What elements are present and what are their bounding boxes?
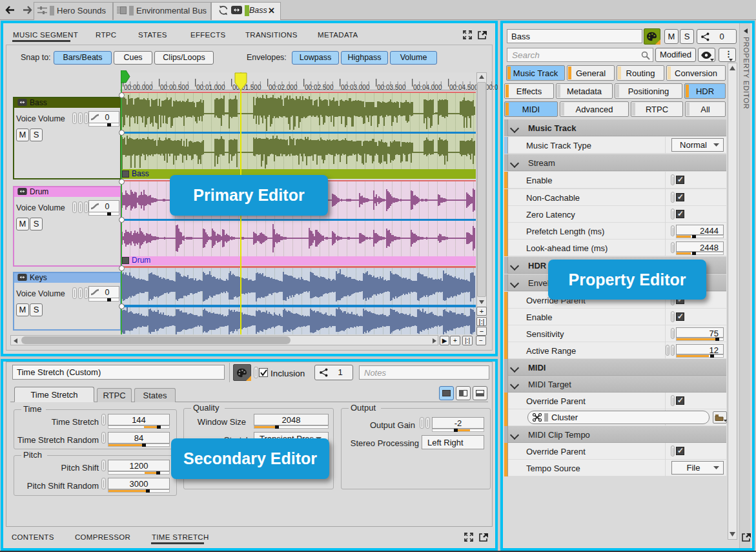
- svg-text:00:00.000: 00:00.000: [124, 84, 153, 91]
- svg-text:00:00.500: 00:00.500: [160, 84, 189, 91]
- svg-text:00:01.000: 00:01.000: [196, 84, 225, 91]
- svg-text:00:03.500: 00:03.500: [377, 84, 406, 91]
- svg-text:00:02.500: 00:02.500: [305, 84, 334, 91]
- svg-text:00:02.000: 00:02.000: [269, 84, 298, 91]
- svg-text:00:0: 00:0: [485, 84, 498, 91]
- svg-text:00:04.000: 00:04.000: [413, 84, 442, 91]
- svg-text:00:04.500: 00:04.500: [449, 84, 478, 91]
- svg-text:00:03.000: 00:03.000: [341, 84, 370, 91]
